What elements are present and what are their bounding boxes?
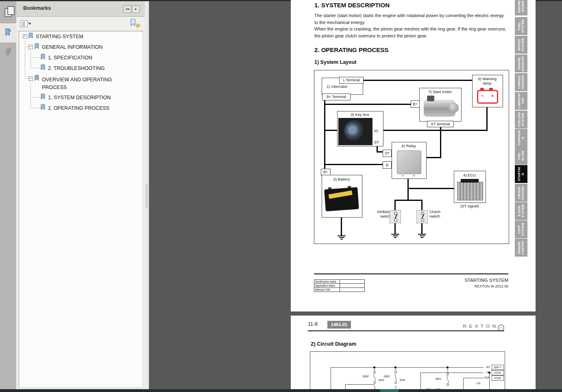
start-motor-label: 7) Start motor	[420, 89, 460, 94]
tab-turbocharger[interactable]: TURBOCHARGER	[515, 73, 527, 91]
start-motor-box: 7) Start motor	[419, 88, 462, 122]
tab-label: GLOW	[521, 151, 525, 161]
pages-panel-button[interactable]	[0, 3, 16, 23]
fuse3-name: SB1	[435, 377, 441, 381]
bookmark-troubleshooting[interactable]: 2. TROUBLESHOOTING	[48, 65, 105, 71]
tab-e-egr-system[interactable]: E-EGRSYSTEM	[515, 202, 527, 220]
revision-row-label: Application basis	[314, 284, 340, 288]
battery-warning-icon: − +	[477, 90, 498, 104]
wire	[421, 222, 423, 234]
inhibitor-line1: Inhibitor	[377, 209, 391, 214]
tab-engine-exhaust[interactable]: ENGINEEXHAUST	[515, 54, 527, 72]
wire	[324, 104, 411, 105]
circuit-wire	[345, 384, 375, 385]
ecu-box: 4) ECU	[454, 171, 486, 203]
bookmark-item-icon	[34, 43, 40, 50]
wire	[394, 200, 396, 211]
wire	[486, 106, 488, 131]
b-plus-motor-label: B+	[411, 100, 420, 108]
switch-contact	[421, 218, 424, 222]
pages-icon	[4, 8, 12, 17]
tab-intake-system[interactable]: INTAKESYSTEM	[515, 36, 527, 54]
bookmark-general-information[interactable]: GENERAL INFORMATION	[42, 44, 102, 50]
fuse1-rating: 30A	[378, 378, 384, 382]
section-body: The starter (start motor) starts the eng…	[314, 12, 507, 39]
wire	[362, 80, 472, 81]
section-title-2: 2. OPERATING PROCESS	[314, 46, 388, 53]
circuit-wire	[345, 384, 346, 389]
circuit-wire	[489, 372, 490, 389]
bookmark-operating-process[interactable]: 2. OPERATING PROCESS	[48, 105, 109, 111]
expander-starting-system[interactable]	[23, 34, 27, 39]
revision-row-label: Modification basis	[314, 280, 340, 284]
expander-overview[interactable]	[28, 76, 33, 81]
collapse-panel-button[interactable]: ◀◀	[123, 5, 131, 13]
taskbar-accent	[380, 389, 399, 392]
tab-pre-glow[interactable]: PRE-GLOW	[515, 147, 527, 165]
footer-divider	[314, 273, 508, 274]
wire	[324, 100, 325, 170]
tab-fuel-system[interactable]: FUELSYSTEM	[515, 17, 527, 35]
expander-general-information[interactable]	[28, 45, 33, 49]
splitter-grab-handle[interactable]	[146, 184, 148, 208]
warning-lamp-label: 5) Warning lamp	[473, 76, 502, 85]
revision-row-value	[340, 284, 365, 288]
attachments-panel-button[interactable]	[0, 42, 16, 62]
bookmark-overview-process[interactable]: OVERVIEW AND OPERATING PROCESS	[42, 76, 121, 92]
expand-panel-button[interactable]: ▶	[132, 5, 140, 13]
tab-starting[interactable]: STARTING	[515, 165, 527, 183]
tab-engine-control[interactable]: ENGINECONTRO	[515, 239, 527, 257]
minus-glyph: −	[481, 93, 484, 99]
wire	[324, 164, 383, 165]
wire	[341, 217, 342, 235]
page-number: 11-6	[308, 321, 318, 327]
options-caret-icon[interactable]	[28, 23, 31, 25]
bookmark-specification[interactable]: 1. SPECIFICATION	[48, 55, 92, 61]
tab-label: SYSTEM	[521, 205, 525, 218]
warning-lamp-box: 5) Warning lamp − +	[472, 75, 503, 107]
options-menu-icon[interactable]	[20, 20, 28, 27]
panel-splitter[interactable]	[145, 1, 149, 389]
footer-doc-version: REXTON W 2012.06	[427, 284, 508, 288]
tab-label: CONTRO	[521, 186, 525, 200]
tab-cruise-control[interactable]: CRUISECONTRO	[515, 184, 527, 202]
paperclip-icon	[4, 46, 12, 57]
tree-guide	[30, 57, 41, 58]
bookmark-system-description[interactable]: 1. SYSTEM DESCRIPTION	[48, 95, 111, 100]
bookmarks-panel-header: Bookmarks ◀◀ ▶	[16, 1, 145, 17]
tab-engine-assembly[interactable]: ENGINEASSEM	[515, 0, 527, 15]
expand-current-bookmark-button[interactable]	[130, 19, 139, 28]
tab-label: G	[521, 173, 525, 175]
tree-guide	[30, 108, 41, 108]
tab-lubrication[interactable]: LUBRICATION	[515, 92, 527, 110]
gold-arrow-icon	[137, 24, 140, 28]
panel-title: Bookmarks	[23, 5, 51, 11]
circuit-wire	[463, 378, 484, 378]
system-layout-diagram: 1) Alternator L Terminal B+ Terminal 5) …	[314, 70, 509, 244]
tab-label: G	[521, 137, 525, 139]
tab-cooling-system[interactable]: COOLINGSYSTEM	[515, 111, 527, 128]
b-relay-label: B	[383, 161, 392, 169]
ign2-terminal-box: IGN2	[492, 375, 504, 381]
st-key-label: ST	[374, 140, 379, 144]
rexton-logo: REXTON w	[457, 322, 504, 331]
l-terminal-label: L Terminal	[339, 77, 364, 84]
bookmarks-toolbar	[16, 16, 145, 31]
ecu-label: 4) ECU	[454, 173, 485, 177]
revision-row-value	[340, 280, 365, 284]
bookmarks-panel-button[interactable]	[0, 23, 16, 43]
fuse-symbol	[392, 368, 399, 387]
fuse-symbol	[444, 368, 451, 388]
switch-contact	[394, 218, 397, 222]
battery-label: 2) Battery	[322, 177, 361, 181]
circuit-wire	[331, 367, 331, 389]
tab-cdpf-system[interactable]: CDPFSYSTEM	[515, 220, 527, 238]
bookmark-starting-system[interactable]: STARTING SYSTEM	[36, 34, 83, 39]
tab-charging[interactable]: CHARGING	[515, 129, 527, 147]
tree-guide	[30, 68, 41, 68]
pin-15-label: 15	[486, 370, 490, 374]
wire	[377, 151, 383, 152]
revision-row-label: Affected VIN	[314, 288, 340, 292]
tab-label: SYSTEM	[521, 38, 525, 52]
circuit-wire	[420, 372, 484, 373]
